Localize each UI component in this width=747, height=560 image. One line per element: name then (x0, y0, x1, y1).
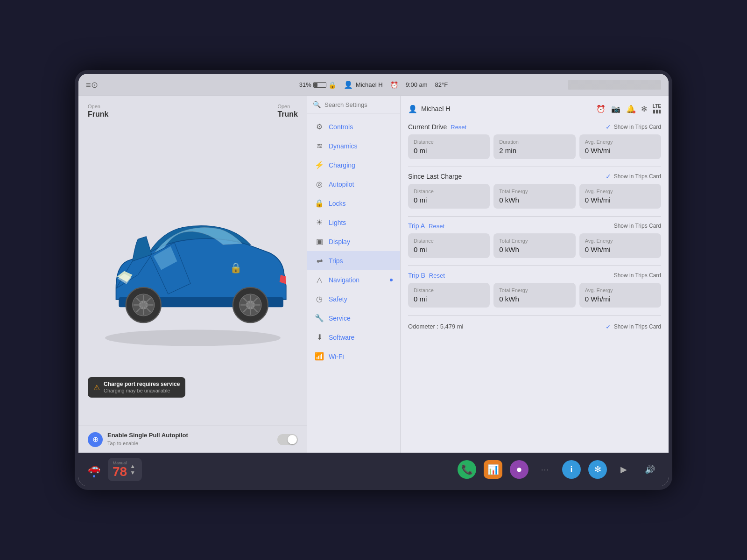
left-panel: Open Frunk Open Trunk (78, 96, 307, 453)
wifi-icon: 📶 (315, 352, 324, 361)
trip-a-energy-cell: Total Energy 0 kWh (493, 233, 575, 258)
slc-energy-cell: Total Energy 0 kWh (493, 184, 575, 209)
trips-panel: 👤 Michael H ⏰ 📷 🔔 ✻ LTE▮▮▮ (401, 96, 669, 453)
status-right (448, 80, 661, 90)
sidebar-item-display[interactable]: ▣ Display (307, 232, 400, 251)
autopilot-nav-label: Autopilot (329, 181, 354, 188)
search-input[interactable] (324, 101, 395, 108)
since-last-charge-data: Distance 0 mi Total Energy 0 kWh Avg. En… (408, 184, 661, 209)
sidebar-item-service[interactable]: 🔧 Service (307, 308, 400, 328)
temp-up-arrow[interactable]: ▲ (130, 463, 135, 469)
trip-b-avg-energy-label: Avg. Energy (585, 287, 655, 293)
current-drive-energy-value: 0 Wh/mi (585, 147, 655, 154)
slc-avg-energy-value: 0 Wh/mi (585, 196, 655, 204)
odometer-show-trips[interactable]: ✓ Show in Trips Card (606, 323, 661, 330)
open-trunk-label: Open (277, 104, 290, 109)
sidebar-item-locks[interactable]: 🔒 Locks (307, 194, 400, 213)
trip-a-header: Trip A Reset Show in Trips Card (408, 222, 661, 230)
taskbar-camera-app[interactable]: ● (510, 460, 529, 479)
bell-icon-header[interactable]: 🔔 (626, 105, 635, 113)
taskbar-info-app[interactable]: i (562, 460, 581, 479)
display-icon: ▣ (315, 237, 324, 246)
alarm-icon-header[interactable]: ⏰ (596, 105, 606, 113)
user-profile-status: 👤 Michael H (344, 80, 383, 89)
bluetooth-icon-header[interactable]: ✻ (641, 105, 647, 113)
taskbar-car-dot (93, 475, 95, 477)
sidebar-item-lights[interactable]: ☀ Lights (307, 213, 400, 232)
temp-down-arrow[interactable]: ▼ (130, 469, 135, 476)
sidebar-item-software[interactable]: ⬇ Software (307, 328, 400, 347)
header-icons: ⏰ 📷 🔔 ✻ LTE▮▮▮ (596, 104, 661, 114)
trip-b-reset-btn[interactable]: Reset (429, 272, 445, 279)
settings-nav: ⚙ Controls ≋ Dynamics ⚡ Charging (307, 113, 400, 453)
current-drive-distance-value: 0 mi (414, 147, 484, 154)
charging-label: Charging (329, 161, 355, 169)
autopilot-text: Enable Single Pull Autopilot Tap to enab… (107, 432, 188, 447)
sidebar-item-dynamics[interactable]: ≋ Dynamics (307, 136, 400, 155)
alert-title: Charge port requires service (104, 381, 180, 387)
safety-label: Safety (329, 295, 347, 303)
since-last-charge-show-trips[interactable]: ✓ Show in Trips Card (606, 173, 661, 180)
trip-a-reset-btn[interactable]: Reset (429, 223, 444, 230)
notification-dot (633, 111, 635, 113)
trip-b-total-energy-label: Total Energy (499, 287, 570, 293)
sidebar-item-navigation[interactable]: △ Navigation (307, 270, 400, 289)
odometer-trips-label: Show in Trips Card (614, 323, 661, 330)
trip-b-show-trips[interactable]: Show in Trips Card (614, 272, 661, 279)
charging-icon: ⚡ (315, 161, 324, 169)
taskbar-bluetooth-app[interactable]: ✻ (588, 460, 607, 479)
taskbar-audio-app[interactable]: 📊 (484, 460, 502, 479)
trip-b-avg-energy-value: 0 Wh/mi (585, 295, 655, 303)
camera-icon-header[interactable]: 📷 (611, 105, 620, 113)
taskbar-car-section: 🚗 (88, 462, 100, 477)
controls-label: Controls (329, 123, 353, 131)
trip-b-header: Trip B Reset Show in Trips Card (408, 272, 661, 279)
sidebar-item-autopilot[interactable]: ◎ Autopilot (307, 175, 400, 194)
battery-info: 31% 🔒 (299, 81, 336, 89)
car-header: Open Frunk Open Trunk (78, 96, 307, 119)
user-header: 👤 Michael H (408, 105, 450, 113)
current-drive-show-trips[interactable]: ✓ Show in Trips Card (606, 123, 661, 131)
signal-bar-status (568, 80, 661, 90)
user-icon-header: 👤 (408, 105, 417, 113)
trip-b-data: Distance 0 mi Total Energy 0 kWh Avg. En… (408, 283, 661, 308)
frunk-section[interactable]: Open Frunk (88, 102, 108, 119)
sidebar-item-charging[interactable]: ⚡ Charging (307, 155, 400, 175)
wifi-label: Wi-Fi (329, 353, 344, 360)
trunk-section[interactable]: Open Trunk (277, 102, 298, 119)
service-icon: 🔧 (315, 314, 324, 322)
trip-a-distance-label: Distance (414, 238, 484, 244)
dynamics-label: Dynamics (329, 142, 357, 150)
sidebar-item-controls[interactable]: ⚙ Controls (307, 117, 400, 136)
taskbar-car-icon[interactable]: 🚗 (88, 462, 100, 474)
autopilot-toggle-switch[interactable] (277, 434, 298, 445)
settings-nav-panel: 🔍 ⚙ Controls ≋ Dynamics (307, 96, 401, 453)
sidebar-item-safety[interactable]: ◷ Safety (307, 289, 400, 308)
slc-distance-value: 0 mi (414, 196, 484, 204)
trip-a-show-trips[interactable]: Show in Trips Card (614, 223, 661, 229)
trip-b-title-row: Trip B Reset (408, 272, 445, 279)
autopilot-nav-icon: ◎ (315, 180, 324, 189)
slc-total-energy-value: 0 kWh (499, 196, 570, 204)
panel-header: 👤 Michael H ⏰ 📷 🔔 ✻ LTE▮▮▮ (408, 104, 661, 118)
temp-control[interactable]: Manual 78 ▲ ▼ (108, 458, 142, 481)
sidebar-item-wifi[interactable]: 📶 Wi-Fi (307, 347, 400, 366)
trip-a-distance-value: 0 mi (414, 245, 484, 253)
taskbar-media-app[interactable]: ▶ (614, 460, 633, 479)
toggle-knob (288, 435, 297, 444)
current-drive-checkmark: ✓ (606, 123, 611, 131)
user-name-header: Michael H (421, 105, 450, 112)
divider-3 (408, 266, 661, 266)
sidebar-item-trips[interactable]: ⇌ Trips (307, 251, 400, 270)
slc-avg-energy-cell: Avg. Energy 0 Wh/mi (579, 184, 661, 209)
taskbar-phone-app[interactable]: 📞 (458, 460, 476, 479)
battery-pct: 31% (299, 81, 311, 88)
user-icon-status: 👤 (344, 80, 353, 89)
taskbar-volume-app[interactable]: 🔊 (641, 460, 659, 479)
current-drive-reset-btn[interactable]: Reset (451, 124, 466, 131)
alert-text: Charge port requires service Charging ma… (104, 381, 180, 394)
taskbar-dots-app[interactable]: ··· (536, 460, 555, 479)
map-icon: ≡⊙ (86, 80, 98, 90)
since-last-charge-checkmark: ✓ (606, 173, 611, 180)
temp-arrows: ▲ ▼ (130, 463, 135, 476)
